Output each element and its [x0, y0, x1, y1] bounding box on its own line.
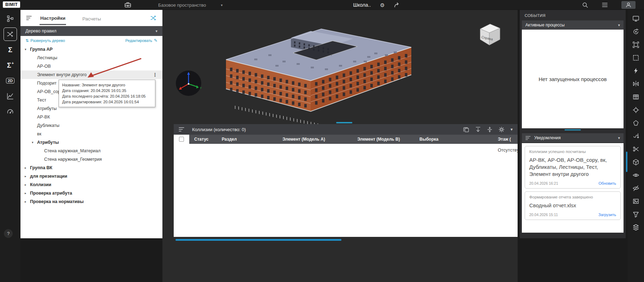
tree-item[interactable]: ▸Коллизии [20, 180, 162, 189]
tree-item[interactable]: АР-ВК [20, 113, 162, 121]
collapse-node-icon[interactable]: ▾ [25, 48, 30, 51]
section-cut-icon[interactable] [630, 143, 642, 155]
fit-view-icon[interactable] [630, 39, 642, 51]
tree-item[interactable]: Дубликаты [20, 121, 162, 130]
expand-node-icon[interactable]: ▸ [25, 191, 30, 195]
crossing-arrows-icon[interactable] [150, 15, 157, 21]
column-header[interactable]: Элемент (Модель B) [352, 135, 415, 144]
column-header[interactable]: Этаж ( [493, 135, 518, 144]
sort-mode-icon[interactable] [630, 130, 642, 142]
checks-icon[interactable] [4, 27, 17, 41]
gauge-icon[interactable] [4, 105, 17, 118]
rules-tree-section-bar[interactable]: Дерево правил ▾ [20, 26, 162, 36]
sum-icon[interactable]: Σ [4, 43, 17, 56]
tree-item[interactable]: ▾Атрибуты [20, 138, 162, 147]
menu-sort-icon[interactable] [26, 16, 32, 20]
active-processes-bar[interactable]: Активные процессы ▾ [522, 20, 624, 30]
notification-subtitle: Формирование отчета завершено [529, 195, 616, 199]
tab-calculations[interactable]: Расчеты [82, 12, 102, 25]
focus-target-icon[interactable] [630, 104, 642, 116]
collisions-table-body: Отсутству [174, 144, 518, 237]
table-view-icon[interactable] [630, 91, 642, 103]
model-tree-icon[interactable] [4, 12, 17, 25]
tree-item[interactable]: вк [20, 130, 162, 138]
tree-item-label: Проверка на нормативы [30, 199, 84, 204]
chevron-down-icon: ▾ [155, 29, 157, 33]
expand-tree-link[interactable]: ⇅ Развернуть дерево [25, 38, 65, 43]
item-menu-icon[interactable]: ⋮ [153, 72, 157, 78]
column-header[interactable]: Статус [189, 135, 217, 144]
tab-settings[interactable]: Настройки [40, 11, 66, 25]
rules-tree-section-title: Дерево правил [25, 29, 56, 33]
panel-resize-handle[interactable] [336, 122, 352, 123]
column-header[interactable]: Выборка [415, 135, 493, 144]
collapse-panel-icon[interactable]: ▾ [511, 127, 513, 132]
charts-icon[interactable] [4, 90, 17, 103]
clip-plane-icon[interactable] [630, 117, 642, 129]
expand-node-icon[interactable]: ▸ [25, 174, 30, 178]
share-icon[interactable] [394, 2, 400, 8]
menu-sort-icon[interactable] [179, 127, 184, 132]
export-image-icon[interactable] [630, 195, 642, 207]
filter-icon[interactable] [630, 208, 642, 220]
view-2d-icon[interactable]: 2D [4, 74, 17, 87]
tree-item[interactable]: ▾Группа АР [20, 45, 162, 54]
user-account-button[interactable] [621, 1, 636, 9]
axis-gizmo[interactable]: Y [174, 69, 203, 97]
expand-node-icon[interactable]: ▸ [25, 183, 30, 186]
column-header[interactable]: Раздел [217, 135, 278, 144]
checkbox-cell [174, 135, 189, 144]
notification-action-link[interactable]: Обновить [598, 181, 616, 185]
tree-item[interactable]: Стена наружная_Материал [20, 147, 162, 155]
quick-measure-icon[interactable] [630, 65, 642, 77]
expand-node-icon[interactable]: ▸ [25, 166, 30, 170]
help-button[interactable]: ? [4, 229, 13, 238]
tree-item-label: Коллизии [30, 182, 51, 187]
table-settings-gear-icon[interactable] [499, 127, 505, 133]
tree-item[interactable]: Стена наружная_Геометрия [20, 155, 162, 164]
select-all-checkbox[interactable] [179, 137, 184, 142]
settings-gear-icon[interactable]: ⚙ [380, 2, 384, 8]
mirror-icon[interactable] [630, 78, 642, 90]
visibility-icon[interactable] [630, 169, 642, 181]
tree-item-label: Дубликаты [37, 123, 59, 128]
list-icon[interactable] [602, 2, 608, 8]
project-title[interactable]: Школа.. [353, 2, 371, 8]
tree-item[interactable]: АР-ОВ [20, 62, 162, 70]
sum-add-icon[interactable]: Σ+ [4, 59, 17, 72]
tree-item[interactable]: Лестницы [20, 54, 162, 62]
orbit-icon[interactable] [630, 26, 642, 38]
building-model[interactable] [205, 19, 431, 128]
search-icon[interactable] [582, 2, 588, 8]
expand-tree-icon: ⇅ [25, 38, 29, 43]
screen-capture-icon[interactable] [630, 13, 642, 25]
vertical-scrollbar[interactable] [626, 152, 627, 172]
export-down-icon[interactable] [475, 127, 481, 133]
collapse-node-icon[interactable]: ▾ [32, 141, 37, 144]
model-box-icon[interactable] [630, 156, 642, 168]
horizontal-scrollbar[interactable] [175, 239, 341, 241]
select-area-icon[interactable] [630, 52, 642, 64]
duplicate-icon[interactable] [463, 127, 469, 133]
toolbox-icon[interactable] [124, 2, 131, 8]
notification-action-link[interactable]: Загрузить [598, 213, 616, 217]
navigation-cube[interactable]: Справа [476, 20, 503, 49]
tree-item[interactable]: ▸Проверка на нормативы [20, 197, 162, 206]
tree-item[interactable]: ▸Проверка атрибута [20, 189, 162, 197]
expand-node-icon[interactable]: ▸ [25, 200, 30, 203]
tree-item[interactable]: Элемент внутри другого⋮ [20, 70, 162, 79]
hide-icon[interactable] [630, 182, 642, 194]
tree-item[interactable]: ▸Группа ВК [20, 164, 162, 172]
layers-icon[interactable] [630, 221, 642, 233]
tree-item[interactable]: ▸для презентации [20, 172, 162, 180]
edit-tree-label: Редактировать [125, 38, 152, 43]
app-logo[interactable]: BIMIT [3, 1, 20, 8]
edit-tree-link[interactable]: Редактировать ✎ [125, 38, 157, 43]
merge-rows-icon[interactable] [487, 127, 493, 133]
chevron-down-icon: ▾ [618, 136, 620, 140]
workspace-selector[interactable]: Базовое пространство ▾ [158, 0, 223, 10]
notifications-bar[interactable]: Уведомления ▾ [522, 133, 624, 142]
tree-item-label: Проверка атрибута [30, 191, 72, 196]
viewport-area[interactable]: Y Справа Коллизии (количество: 0) ▾ [162, 10, 518, 282]
column-header[interactable]: Элемент (Модель А) [278, 135, 352, 144]
